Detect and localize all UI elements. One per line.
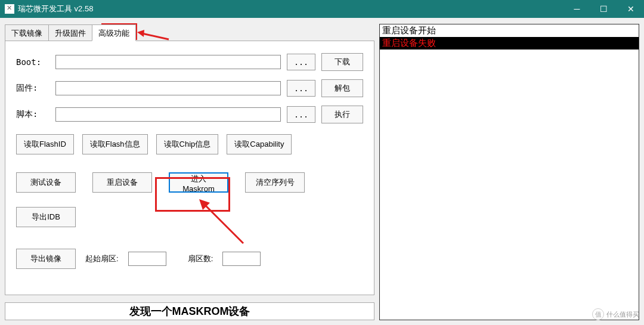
log-panel: 重启设备开始 重启设备失败 [379, 24, 639, 320]
close-button[interactable]: ✕ [617, 0, 644, 18]
script-input[interactable] [55, 107, 281, 122]
read-flashid-button[interactable]: 读取FlashID [16, 134, 74, 154]
start-sector-input[interactable] [128, 252, 166, 266]
minimize-button[interactable]: ─ [564, 0, 590, 18]
button-row-1: 读取FlashID 读取Flash信息 读取Chip信息 读取Capabilit… [16, 134, 363, 154]
script-row: 脚本: ... 执行 [16, 106, 363, 123]
reboot-device-button[interactable]: 重启设备 [92, 172, 152, 193]
status-bar: 发现一个MASKROM设备 [5, 302, 374, 320]
read-flash-info-button[interactable]: 读取Flash信息 [82, 134, 148, 154]
enter-maskrom-button[interactable]: 进入Maskrom [169, 172, 228, 193]
start-sector-label: 起始扇区: [85, 253, 119, 264]
script-label: 脚本: [16, 109, 49, 120]
window-title: 瑞芯微开发工具 v2.58 [18, 4, 564, 14]
watermark-icon: 值 [592, 308, 604, 320]
left-panel: 下载镜像 升级固件 高级功能 Boot: ... 下载 固件: ... 解包 脚… [5, 24, 374, 320]
firmware-input[interactable] [55, 81, 281, 95]
unpack-button[interactable]: 解包 [321, 79, 363, 97]
test-device-button[interactable]: 测试设备 [16, 172, 76, 193]
boot-label: Boot: [16, 57, 49, 67]
export-image-button[interactable]: 导出镜像 [16, 249, 76, 269]
watermark: 值 什么值得买 [592, 308, 639, 320]
tab-advanced[interactable]: 高级功能 [92, 24, 136, 41]
main-content: 下载镜像 升级固件 高级功能 Boot: ... 下载 固件: ... 解包 脚… [0, 18, 644, 325]
execute-button[interactable]: 执行 [321, 106, 363, 123]
button-row-2: 测试设备 重启设备 进入Maskrom 清空序列号 [16, 172, 363, 193]
tab-upgrade[interactable]: 升级固件 [48, 24, 92, 41]
read-chip-info-button[interactable]: 读取Chip信息 [156, 134, 219, 154]
clear-serial-button[interactable]: 清空序列号 [245, 172, 305, 193]
tab-content-advanced: Boot: ... 下载 固件: ... 解包 脚本: ... 执行 读取Fla… [5, 41, 374, 295]
sector-count-input[interactable] [222, 252, 261, 266]
log-line: 重启设备开始 [380, 24, 639, 37]
window-controls: ─ ☐ ✕ [564, 0, 644, 18]
log-line-error: 重启设备失败 [380, 37, 639, 49]
export-idb-button[interactable]: 导出IDB [16, 207, 76, 227]
boot-browse-button[interactable]: ... [287, 54, 315, 70]
boot-input[interactable] [55, 55, 281, 69]
firmware-row: 固件: ... 解包 [16, 79, 363, 97]
boot-row: Boot: ... 下载 [16, 53, 363, 71]
bottom-row: 导出镜像 起始扇区: 扇区数: [16, 249, 363, 269]
firmware-browse-button[interactable]: ... [287, 80, 315, 97]
firmware-label: 固件: [16, 83, 49, 94]
tab-bar: 下载镜像 升级固件 高级功能 [5, 24, 374, 41]
sector-count-label: 扇区数: [188, 253, 213, 264]
button-row-3: 导出IDB [16, 207, 363, 227]
read-capability-button[interactable]: 读取Capability [227, 134, 292, 154]
watermark-text: 什么值得买 [606, 310, 639, 319]
script-browse-button[interactable]: ... [287, 106, 315, 123]
maximize-button[interactable]: ☐ [590, 0, 617, 18]
tab-download[interactable]: 下载镜像 [5, 24, 49, 41]
app-icon [5, 4, 14, 14]
titlebar: 瑞芯微开发工具 v2.58 ─ ☐ ✕ [0, 0, 644, 18]
download-button[interactable]: 下载 [321, 53, 363, 71]
